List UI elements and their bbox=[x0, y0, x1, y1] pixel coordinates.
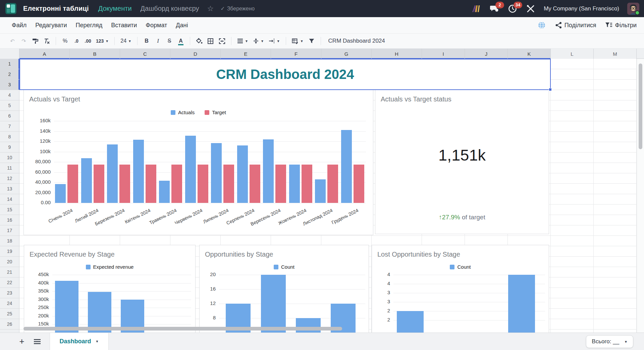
pivot-table-button[interactable]: ▼ bbox=[290, 36, 305, 46]
vertical-scrollbar[interactable] bbox=[637, 59, 644, 333]
globe-icon[interactable] bbox=[537, 20, 547, 30]
filters-button[interactable]: Фільтри bbox=[605, 22, 637, 29]
favorite-star-icon[interactable]: ☆ bbox=[207, 4, 214, 13]
messages-icon[interactable]: 2 bbox=[489, 4, 499, 14]
selection-fill-handle[interactable] bbox=[549, 88, 552, 91]
row-header-20[interactable]: 20 bbox=[0, 257, 19, 267]
clear-format-button[interactable] bbox=[42, 36, 52, 46]
column-header-D[interactable]: D bbox=[170, 49, 221, 59]
column-header-B[interactable]: B bbox=[70, 49, 120, 59]
undo-button[interactable]: ↶ bbox=[7, 36, 17, 46]
row-header-18[interactable]: 18 bbox=[0, 236, 19, 246]
vertical-scrollbar-thumb[interactable] bbox=[639, 63, 642, 149]
menu-insert[interactable]: Вставити bbox=[107, 20, 141, 31]
redo-button[interactable]: ↷ bbox=[19, 36, 29, 46]
check-icon: ✓ bbox=[220, 5, 225, 12]
chart-opportunities-by-stage[interactable]: Opportunities by Stage Count 2016128 bbox=[199, 245, 369, 333]
text-color-button[interactable]: A bbox=[176, 36, 186, 46]
menu-file[interactable]: Файл bbox=[7, 20, 31, 31]
chart-lost-opportunities-by-stage[interactable]: Lost Opportunities by Stage Count 443322 bbox=[372, 245, 549, 333]
row-header-1[interactable]: 1 bbox=[0, 59, 19, 69]
select-all-corner[interactable] bbox=[0, 49, 19, 59]
column-header-I[interactable]: I bbox=[422, 49, 465, 59]
number-format-button[interactable]: 123▼ bbox=[94, 36, 110, 46]
row-header-2[interactable]: 2 bbox=[0, 69, 19, 80]
row-header-8[interactable]: 8 bbox=[0, 132, 19, 142]
borders-button[interactable] bbox=[206, 36, 216, 46]
column-header-M[interactable]: M bbox=[594, 49, 637, 59]
row-header-10[interactable]: 10 bbox=[0, 152, 19, 163]
italic-button[interactable]: I bbox=[153, 36, 163, 46]
title-merged-cell[interactable]: CRM Dashboard 2024 bbox=[19, 59, 551, 90]
horizontal-scrollbar-thumb[interactable] bbox=[23, 327, 342, 331]
pivot-table-icon bbox=[292, 38, 299, 44]
text-wrap-button[interactable]: ▼ bbox=[267, 36, 282, 46]
aggregate-selector[interactable]: Всього: __ ▼ bbox=[586, 335, 633, 348]
menu-edit[interactable]: Редагувати bbox=[31, 20, 71, 31]
filter-data-button[interactable] bbox=[307, 36, 317, 46]
row-header-15[interactable]: 15 bbox=[0, 205, 19, 215]
row-header-14[interactable]: 14 bbox=[0, 194, 19, 205]
row-header-9[interactable]: 9 bbox=[0, 142, 19, 152]
vertical-align-button[interactable]: ▼ bbox=[251, 36, 266, 46]
row-header-6[interactable]: 6 bbox=[0, 111, 19, 121]
fill-color-button[interactable] bbox=[194, 36, 204, 46]
merge-cells-button[interactable] bbox=[217, 36, 227, 46]
percent-format-button[interactable]: % bbox=[60, 36, 70, 46]
add-sheet-button[interactable]: + bbox=[14, 333, 30, 350]
row-header-22[interactable]: 22 bbox=[0, 277, 19, 288]
column-header-C[interactable]: C bbox=[120, 49, 170, 59]
ai-icon[interactable] bbox=[471, 4, 481, 14]
menu-view[interactable]: Перегляд bbox=[71, 20, 107, 31]
chart-actuals-vs-target[interactable]: Actuals vs Target Actuals Target 160k140… bbox=[23, 90, 373, 235]
topnav-documents[interactable]: Документи bbox=[98, 5, 132, 12]
sheet-list-button[interactable] bbox=[30, 333, 45, 350]
row-header-12[interactable]: 12 bbox=[0, 173, 19, 184]
paint-format-button[interactable] bbox=[30, 36, 40, 46]
bar bbox=[159, 181, 170, 203]
column-header-J[interactable]: J bbox=[465, 49, 508, 59]
user-avatar[interactable] bbox=[627, 3, 639, 15]
sheet-tab-dashboard[interactable]: Dashboard ▼ bbox=[50, 333, 109, 350]
tools-icon[interactable] bbox=[526, 4, 536, 14]
row-header-3[interactable]: 3 bbox=[0, 80, 19, 90]
row-header-26[interactable]: 26 bbox=[0, 319, 19, 330]
column-header-G[interactable]: G bbox=[321, 49, 372, 59]
increase-decimal-button[interactable]: .00 bbox=[83, 36, 93, 46]
menu-data[interactable]: Дані bbox=[171, 20, 192, 31]
chart-expected-revenue-by-stage[interactable]: Expected Revenue by Stage Expected reven… bbox=[24, 245, 196, 333]
column-header-E[interactable]: E bbox=[221, 49, 271, 59]
company-switcher[interactable]: My Company (San Francisco) bbox=[544, 5, 619, 12]
menu-format[interactable]: Формат bbox=[141, 20, 171, 31]
activities-clock-icon[interactable]: 34 bbox=[507, 4, 518, 14]
row-header-4[interactable]: 4 bbox=[0, 90, 19, 100]
row-header-21[interactable]: 21 bbox=[0, 267, 19, 277]
row-header-23[interactable]: 23 bbox=[0, 288, 19, 298]
decrease-decimal-button[interactable]: .0 bbox=[71, 36, 82, 46]
row-header-24[interactable]: 24 bbox=[0, 298, 19, 309]
tab-menu-caret-icon[interactable]: ▼ bbox=[96, 340, 99, 343]
row-header-7[interactable]: 7 bbox=[0, 121, 19, 132]
app-logo-icon[interactable] bbox=[5, 3, 16, 14]
row-header-13[interactable]: 13 bbox=[0, 184, 19, 194]
row-header-11[interactable]: 11 bbox=[0, 163, 19, 173]
horizontal-align-button[interactable]: ▼ bbox=[235, 36, 250, 46]
strikethrough-button[interactable]: S bbox=[164, 36, 174, 46]
row-header-5[interactable]: 5 bbox=[0, 100, 19, 111]
column-header-K[interactable]: K bbox=[508, 49, 551, 59]
row-header-19[interactable]: 19 bbox=[0, 246, 19, 257]
row-header-17[interactable]: 17 bbox=[0, 225, 19, 236]
font-size-selector[interactable]: 24▼ bbox=[119, 36, 133, 46]
column-header-H[interactable]: H bbox=[372, 49, 422, 59]
column-header-F[interactable]: F bbox=[271, 49, 321, 59]
topnav-pipeline-dashboard[interactable]: Дашборд конвеєру bbox=[141, 5, 199, 12]
column-header-L[interactable]: L bbox=[551, 49, 594, 59]
share-button[interactable]: Поділитися bbox=[555, 22, 596, 29]
y-tick-label: 300k bbox=[24, 296, 49, 302]
row-header-16[interactable]: 16 bbox=[0, 215, 19, 225]
grid-canvas[interactable]: CRM Dashboard 2024 Actuals vs Target Act… bbox=[0, 59, 644, 333]
column-header-A[interactable]: A bbox=[19, 49, 70, 59]
scorecard-actuals-vs-target-status[interactable]: Actuals vs Target status 1,151k ↑27.9% o… bbox=[375, 90, 549, 234]
bold-button[interactable]: B bbox=[142, 36, 152, 46]
row-header-25[interactable]: 25 bbox=[0, 309, 19, 319]
